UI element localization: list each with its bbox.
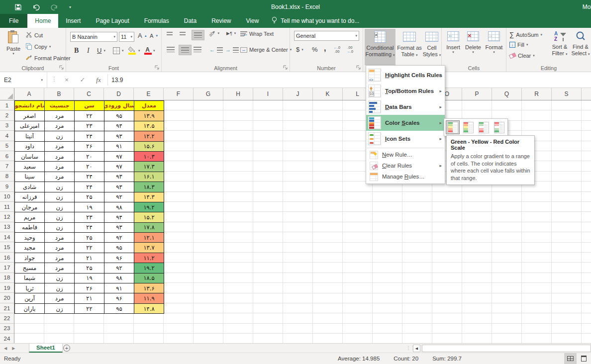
cell-r16-c3[interactable]: ۲۱ xyxy=(75,253,104,263)
orientation-button[interactable]: ab▸▾ xyxy=(208,31,219,36)
row-header-7[interactable]: 7 xyxy=(0,161,14,171)
horizontal-scrollbar-track[interactable] xyxy=(421,345,591,352)
cell-r18-c4[interactable]: ۹۸ xyxy=(104,273,134,283)
new-sheet-button[interactable]: + xyxy=(63,345,70,352)
enter-entry-button[interactable]: ✓ xyxy=(76,72,90,88)
cell-r11-c1[interactable]: مرجان xyxy=(15,202,45,212)
scroll-left-button[interactable]: ◀ xyxy=(413,345,420,352)
align-right-button[interactable] xyxy=(194,47,201,52)
cell-r3-c2[interactable]: مرد xyxy=(45,121,75,131)
underline-button[interactable]: U▾ xyxy=(97,47,105,54)
cell-r10-c5[interactable]: ۱۴.۳ xyxy=(134,192,164,202)
conditional-formatting-button[interactable]: ≠ ConditionalFormatting ▾ xyxy=(365,29,395,65)
account-user-name[interactable]: Moh xyxy=(583,0,591,14)
row-header-24[interactable]: 24 xyxy=(0,334,14,343)
option-red-yellow-green-color-scale[interactable] xyxy=(461,120,475,134)
status-sum[interactable]: Sum: 299.7 xyxy=(432,353,462,364)
cell-r10-c2[interactable]: زن xyxy=(45,192,75,202)
row-header-15[interactable]: 15 xyxy=(0,242,14,252)
column-header-B[interactable]: B xyxy=(44,88,74,100)
row-header-19[interactable]: 19 xyxy=(0,283,14,293)
tab-data[interactable]: Data xyxy=(177,14,204,28)
cell-r2-c1[interactable]: اصغر xyxy=(15,111,45,121)
cell-r8-c5[interactable]: ۱۶.۱ xyxy=(134,172,164,182)
column-header-T[interactable]: T xyxy=(582,88,591,100)
row-header-16[interactable]: 16 xyxy=(0,253,14,263)
middle-align-button[interactable] xyxy=(180,32,186,36)
cell-r20-c1[interactable]: آرین xyxy=(15,293,45,303)
cut-button[interactable]: Cut xyxy=(26,32,43,39)
cell-r13-c4[interactable]: ۹۳ xyxy=(104,223,134,233)
normal-view-button[interactable] xyxy=(564,353,577,364)
font-size-combo[interactable]: 11 ▾ xyxy=(119,32,134,42)
cell-r7-c2[interactable]: مرد xyxy=(45,162,75,172)
header-cell-3[interactable]: سن xyxy=(75,101,104,111)
row-header-23[interactable]: 23 xyxy=(0,324,14,334)
cell-r5-c1[interactable]: داود xyxy=(15,142,45,152)
cell-r21-c1[interactable]: باران xyxy=(15,304,45,314)
comma-style-button[interactable]: , xyxy=(324,44,326,53)
cell-r19-c5[interactable]: ۱۳.۶ xyxy=(134,283,164,293)
option-green-white-red-color-scale[interactable] xyxy=(477,120,491,134)
font-name-combo[interactable]: B Nazanin ▾ xyxy=(70,32,117,42)
cell-r10-c1[interactable]: فرزانه xyxy=(15,192,45,202)
format-as-table-button[interactable]: Format asTable ▾ xyxy=(396,29,422,65)
cell-r9-c2[interactable]: زن xyxy=(45,182,75,192)
cell-r20-c2[interactable]: مرد xyxy=(45,293,75,303)
tab-view[interactable]: View xyxy=(239,14,267,28)
paste-button[interactable]: Paste ▾ xyxy=(3,29,24,65)
cell-r3-c5[interactable]: ۱۴.۵ xyxy=(134,121,164,131)
cell-r3-c1[interactable]: امیرعلی xyxy=(15,121,45,131)
align-center-button[interactable] xyxy=(179,45,192,55)
menu-item-color-scales[interactable]: Color Scales▸ xyxy=(366,115,445,131)
top-align-button[interactable] xyxy=(167,32,173,35)
select-all-button[interactable] xyxy=(0,88,14,100)
cell-r18-c1[interactable]: شیما xyxy=(15,273,45,283)
cell-r16-c5[interactable]: ۱۱.۲ xyxy=(134,253,164,263)
cell-r6-c1[interactable]: ساسان xyxy=(15,152,45,162)
cell-r7-c3[interactable]: ۲۰ xyxy=(75,162,104,172)
cell-r20-c3[interactable]: ۲۱ xyxy=(75,293,104,303)
cell-r20-c4[interactable]: ۹۶ xyxy=(104,293,134,303)
cell-r14-c3[interactable]: ۲۵ xyxy=(75,233,104,243)
cell-r20-c5[interactable]: ۱۱.۹ xyxy=(134,293,164,303)
cell-r14-c4[interactable]: ۹۲ xyxy=(104,233,134,243)
decrease-decimal-button[interactable]: .00→.0 xyxy=(347,46,353,54)
column-header-S[interactable]: S xyxy=(552,88,582,100)
cell-r6-c2[interactable]: مرد xyxy=(45,152,75,162)
cell-r5-c2[interactable]: مرد xyxy=(45,142,75,152)
cell-r12-c4[interactable]: ۹۴ xyxy=(104,212,134,222)
wrap-text-button[interactable]: ↩ Wrap Text xyxy=(240,31,274,37)
tab-home[interactable]: Home xyxy=(27,14,58,28)
cell-r13-c1[interactable]: فاطمه xyxy=(15,223,45,233)
align-left-button[interactable] xyxy=(167,47,175,52)
cell-r7-c5[interactable]: ۱۷.۳ xyxy=(134,162,164,172)
decrease-font-size-button[interactable]: A▼ xyxy=(150,33,158,39)
row-header-20[interactable]: 20 xyxy=(0,293,14,303)
cell-r17-c5[interactable]: ۱۹.۲ xyxy=(134,263,164,273)
row-header-21[interactable]: 21 xyxy=(0,303,14,313)
cell-r21-c2[interactable]: زن xyxy=(45,304,75,314)
bold-button[interactable]: B xyxy=(74,47,79,55)
increase-decimal-button[interactable]: ←.0.00 xyxy=(334,46,340,54)
cell-r3-c3[interactable]: ۲۳ xyxy=(75,121,104,131)
header-cell-5[interactable]: معدل xyxy=(134,101,164,111)
tab-review[interactable]: Review xyxy=(204,14,238,28)
column-header-J[interactable]: J xyxy=(283,88,313,100)
cell-r11-c4[interactable]: ۹۸ xyxy=(104,202,134,212)
option-red-white-green-color-scale[interactable] xyxy=(492,120,506,134)
tab-insert[interactable]: Insert xyxy=(58,14,88,28)
cell-r12-c2[interactable]: زن xyxy=(45,212,75,222)
cell-r8-c2[interactable]: مرد xyxy=(45,172,75,182)
format-painter-button[interactable]: Format Painter xyxy=(26,55,71,62)
row-header-11[interactable]: 11 xyxy=(0,202,14,212)
number-format-combo[interactable]: General ▾ xyxy=(294,31,359,41)
cell-r17-c2[interactable]: مرد xyxy=(45,263,75,273)
cell-r4-c3[interactable]: ۲۴ xyxy=(75,131,104,141)
cell-r21-c3[interactable]: ۲۲ xyxy=(75,304,104,314)
formula-input[interactable]: 13.9 xyxy=(111,72,123,88)
cell-r17-c4[interactable]: ۹۲ xyxy=(104,263,134,273)
row-header-12[interactable]: 12 xyxy=(0,212,14,222)
cell-r18-c2[interactable]: زن xyxy=(45,273,75,283)
cell-r2-c5[interactable]: ۱۳.۹ xyxy=(134,111,164,121)
